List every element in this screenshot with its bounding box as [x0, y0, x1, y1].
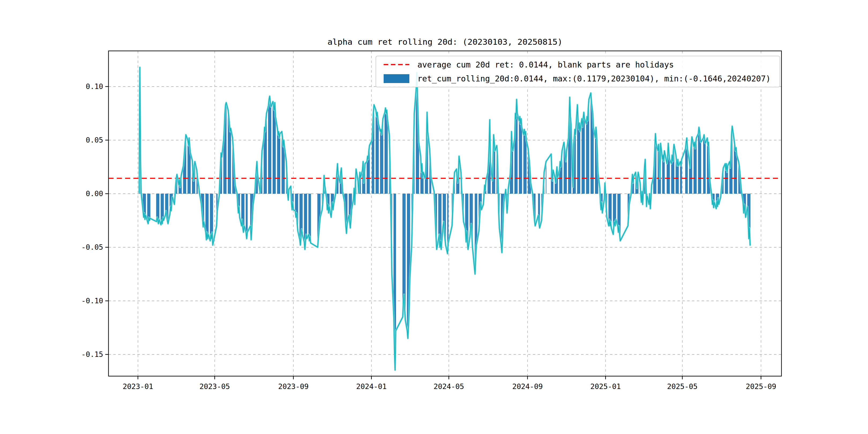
x-tick-label: 2024-01	[356, 382, 387, 391]
y-tick-label: -0.15	[82, 350, 103, 359]
x-tick-label: 2025-05	[667, 382, 698, 391]
bar-series	[139, 67, 751, 370]
x-tick-label: 2023-05	[199, 382, 230, 391]
y-tick-label: 0.00	[86, 189, 103, 198]
x-tick-label: 2025-01	[590, 382, 621, 391]
axis-ticks: 2023-012023-052023-092024-012024-052024-…	[82, 82, 776, 391]
legend-item-series: ret_cum_rolling_20d:0.0144, max:(0.1179,…	[384, 72, 780, 85]
y-tick-label: -0.05	[82, 243, 103, 251]
line-series	[139, 67, 750, 370]
x-tick-label: 2023-09	[278, 382, 309, 391]
blue-patch-icon	[384, 74, 409, 83]
legend-label-series: ret_cum_rolling_20d:0.0144, max:(0.1179,…	[417, 74, 771, 83]
x-tick-label: 2024-05	[433, 382, 464, 391]
figure: alpha cum ret rolling 20d: (20230103, 20…	[0, 0, 868, 434]
legend-label-average: average cum 20d ret: 0.0144, blank parts…	[417, 60, 674, 69]
x-tick-label: 2025-09	[746, 382, 776, 391]
y-tick-label: 0.05	[86, 136, 103, 144]
red-dashed-line-icon	[384, 63, 409, 66]
legend: average cum 20d ret: 0.0144, blank parts…	[376, 56, 780, 87]
x-tick-label: 2023-01	[123, 382, 153, 391]
legend-item-average: average cum 20d ret: 0.0144, blank parts…	[384, 58, 780, 71]
x-tick-label: 2024-09	[512, 382, 543, 391]
y-tick-label: -0.10	[82, 297, 103, 305]
y-tick-label: 0.10	[86, 82, 103, 91]
